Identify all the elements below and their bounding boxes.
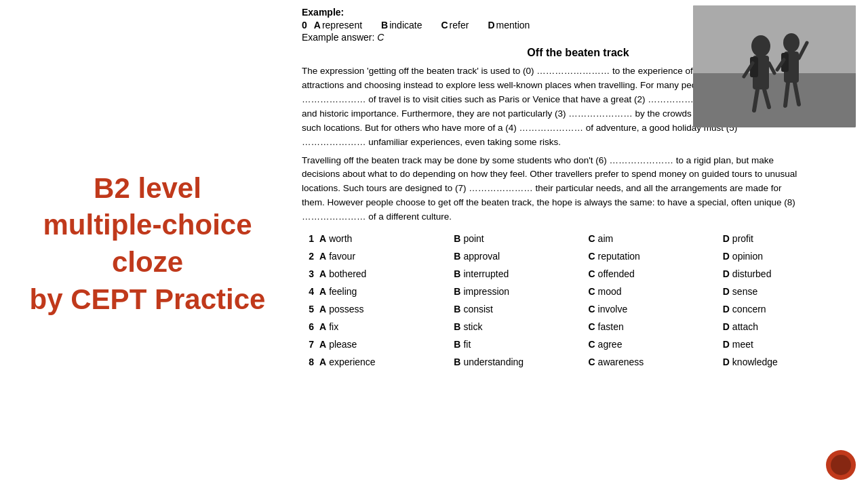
answer-num: 7 — [302, 336, 317, 353]
opt-c: Coffended — [585, 265, 719, 283]
svg-rect-2 — [693, 73, 856, 127]
table-row: 5 Apossess Bconsist Cinvolve Dconcern — [302, 300, 854, 318]
answer-num: 8 — [302, 353, 317, 371]
opt-c-text: fasten — [598, 321, 624, 332]
opt-a: Aplease — [317, 336, 451, 353]
opt-d: Dsense — [720, 283, 854, 300]
opt-c: Cfasten — [585, 318, 719, 336]
example-opt-b-text: indicate — [389, 20, 422, 30]
opt-c-text: offended — [598, 268, 635, 279]
opt-d-text: concern — [732, 304, 766, 314]
opt-c-text: agree — [598, 339, 623, 350]
opt-a-text: bothered — [329, 268, 366, 279]
opt-d-letter: D — [723, 304, 730, 314]
opt-d-letter: D — [723, 321, 730, 332]
opt-d-letter: D — [723, 233, 730, 244]
opt-a-letter: A — [319, 339, 326, 350]
opt-d-text: knowledge — [732, 357, 778, 367]
opt-c: Creputation — [585, 247, 719, 265]
example-opt-b-letter: B — [381, 20, 388, 30]
example-answer-label: Example answer: — [302, 32, 374, 43]
article-image — [693, 5, 856, 127]
answer-num: 3 — [302, 265, 317, 283]
opt-d-text: sense — [732, 286, 757, 297]
opt-b: Bstick — [451, 318, 585, 336]
svg-point-3 — [751, 35, 770, 57]
example-opt-d: D mention — [488, 20, 530, 30]
opt-a-letter: A — [319, 321, 326, 332]
opt-b-text: approval — [463, 251, 500, 262]
opt-d: Dattach — [720, 318, 854, 336]
opt-b-text: impression — [463, 286, 509, 297]
opt-c-letter: C — [588, 251, 595, 262]
answer-num: 5 — [302, 300, 317, 318]
opt-d-text: meet — [732, 339, 753, 350]
table-row: 8 Aexperience Bunderstanding Cawareness … — [302, 353, 854, 371]
opt-c-letter: C — [588, 357, 595, 367]
opt-b-letter: B — [454, 251, 460, 262]
opt-a: Abothered — [317, 265, 451, 283]
title-block: B2 level multiple-choice cloze by CEPT P… — [30, 170, 266, 318]
answer-num: 4 — [302, 283, 317, 300]
title-line-1: B2 level — [30, 170, 266, 207]
example-opt-a: A represent — [314, 20, 362, 30]
opt-a-letter: A — [319, 357, 326, 367]
opt-c: Cagree — [585, 336, 719, 353]
table-row: 2 Afavour Bapproval Creputation Dopinion — [302, 247, 854, 265]
svg-rect-1 — [693, 5, 856, 73]
opt-a-text: favour — [329, 251, 355, 262]
opt-b-letter: B — [454, 357, 460, 367]
opt-d-text: attach — [732, 321, 758, 332]
opt-d: Dconcern — [720, 300, 854, 318]
example-opt-c: C refer — [441, 20, 469, 30]
example-opt-d-text: mention — [496, 20, 530, 30]
opt-c-text: involve — [598, 304, 628, 314]
opt-b-text: point — [463, 233, 484, 244]
example-answer-value: C — [377, 32, 384, 43]
table-row: 4 Afeeling Bimpression Cmood Dsense — [302, 283, 854, 300]
opt-b-letter: B — [454, 304, 460, 314]
opt-b-letter: B — [454, 233, 460, 244]
watermark — [826, 450, 856, 480]
right-panel: Example: 0 A represent B indicate C refe… — [295, 0, 868, 488]
table-row: 6 Afix Bstick Cfasten Dattach — [302, 318, 854, 336]
opt-c-letter: C — [588, 321, 595, 332]
opt-a-letter: A — [319, 286, 326, 297]
left-panel: B2 level multiple-choice cloze by CEPT P… — [0, 0, 295, 488]
opt-c-text: awareness — [598, 357, 644, 367]
opt-a: Afix — [317, 318, 451, 336]
svg-point-10 — [783, 33, 800, 52]
answer-num: 1 — [302, 230, 317, 247]
opt-d-letter: D — [723, 268, 730, 279]
opt-b-text: consist — [463, 304, 493, 314]
opt-d-letter: D — [723, 339, 730, 350]
opt-d: Dknowledge — [720, 353, 854, 371]
opt-a-text: possess — [329, 304, 363, 314]
opt-d-letter: D — [723, 286, 730, 297]
opt-a-letter: A — [319, 251, 326, 262]
opt-c: Cmood — [585, 283, 719, 300]
opt-a-text: fix — [329, 321, 338, 332]
example-opt-c-letter: C — [441, 20, 448, 30]
opt-c-letter: C — [588, 339, 595, 350]
opt-b: Bunderstanding — [451, 353, 585, 371]
opt-b-text: understanding — [463, 357, 524, 367]
example-opt-b: B indicate — [381, 20, 422, 30]
opt-b: Bimpression — [451, 283, 585, 300]
example-opt-c-text: refer — [450, 20, 469, 30]
opt-c-letter: C — [588, 304, 595, 314]
table-row: 1 Aworth Bpoint Caim Dprofit — [302, 230, 854, 247]
opt-b-letter: B — [454, 339, 460, 350]
example-opt-a-letter: A — [314, 20, 321, 30]
opt-d-letter: D — [723, 251, 730, 262]
title-line-3: cloze — [30, 244, 266, 281]
opt-a: Afavour — [317, 247, 451, 265]
opt-b-text: interrupted — [463, 268, 509, 279]
opt-d-text: opinion — [732, 251, 763, 262]
opt-a-letter: A — [319, 233, 326, 244]
answers-table: 1 Aworth Bpoint Caim Dprofit 2 Afavour B… — [302, 230, 854, 371]
answer-num: 6 — [302, 318, 317, 336]
title-line-4: by CEPT Practice — [30, 281, 266, 319]
opt-a-letter: A — [319, 268, 326, 279]
opt-d: Dprofit — [720, 230, 854, 247]
